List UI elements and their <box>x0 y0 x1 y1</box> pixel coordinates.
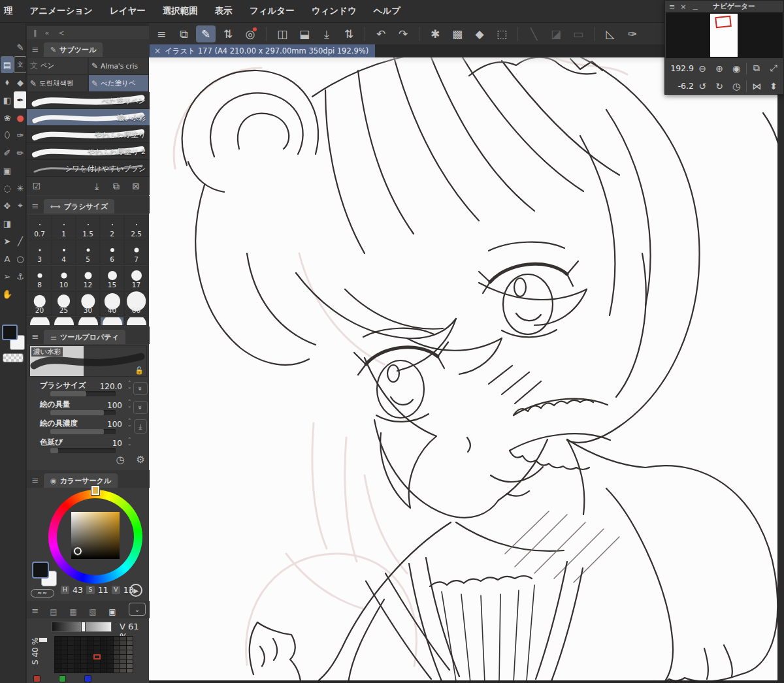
color-set-cell[interactable] <box>81 641 87 645</box>
text-tool[interactable]: A <box>1 250 14 267</box>
color-set-cell[interactable] <box>127 659 133 663</box>
decoration-tool[interactable]: ❀ <box>1 109 14 126</box>
color-set-cell[interactable] <box>81 637 87 641</box>
canvas[interactable] <box>149 57 784 680</box>
color-set-cell[interactable] <box>114 659 120 663</box>
color-set-cell[interactable] <box>68 659 74 663</box>
menu-item-2[interactable]: レイヤー <box>110 5 146 17</box>
navigator-minimize-icon[interactable]: ＿ <box>691 2 698 12</box>
property-slider[interactable] <box>50 391 116 396</box>
color-set-cell[interactable] <box>74 646 80 650</box>
navigator-thumbnail-area[interactable] <box>666 12 783 58</box>
menu-item-1[interactable]: アニメーション <box>30 5 93 17</box>
color-set-cell[interactable] <box>120 664 126 668</box>
collapse-icon[interactable]: « <box>45 29 50 37</box>
brush-size-partial[interactable] <box>52 317 76 326</box>
color-set-cell[interactable] <box>74 659 80 663</box>
color-chip-1[interactable] <box>59 675 66 682</box>
color-set-cell[interactable] <box>68 664 74 668</box>
value-slider[interactable] <box>52 622 112 632</box>
main-color-swatch[interactable] <box>2 325 18 340</box>
brush-size-7[interactable]: 7 <box>124 240 148 265</box>
eraser-tool[interactable]: ◆ <box>14 74 27 91</box>
color-set-cell[interactable] <box>114 646 120 650</box>
blend-tool[interactable]: ⬯ <box>1 127 14 144</box>
color-set-cell[interactable] <box>107 650 113 654</box>
color-set-cell[interactable] <box>127 646 133 650</box>
eyedropper-tool[interactable]: ⌖ <box>14 197 27 214</box>
vector-snap-icon[interactable]: ◺ <box>600 25 620 42</box>
color-set-cell[interactable] <box>61 641 67 645</box>
property-slider[interactable] <box>50 429 116 434</box>
color-set-cell[interactable] <box>94 659 100 663</box>
color-set-cell[interactable] <box>94 641 100 645</box>
edit-pen-icon[interactable]: ✎ <box>196 25 216 42</box>
property-spinner-icon[interactable]: ⌃⌄ <box>127 400 131 409</box>
menu-item-4[interactable]: 表示 <box>215 5 233 17</box>
brush-size-17[interactable]: 17 <box>124 266 148 291</box>
color-set-cell[interactable] <box>61 650 67 654</box>
property-value[interactable]: 100 <box>107 420 122 429</box>
menu-item-3[interactable]: 選択範囲 <box>163 5 198 17</box>
save-chevrons-icon[interactable]: ⇅ <box>339 25 359 42</box>
panel-menu-icon[interactable]: ≡ <box>27 44 44 57</box>
menu-item-7[interactable]: ヘルプ <box>374 5 400 17</box>
color-set-cell[interactable] <box>61 669 67 673</box>
line-tool[interactable]: ╱ <box>14 232 27 249</box>
brush-preview[interactable]: 濃い水彩 🔓 <box>29 345 147 377</box>
property-slider[interactable] <box>50 448 116 453</box>
color-set-cell[interactable] <box>127 637 133 641</box>
brush-stroke-icon[interactable]: ✑ <box>623 25 642 42</box>
brush-size-12[interactable]: 12 <box>76 266 100 291</box>
color-set-cell[interactable] <box>88 655 93 659</box>
redo-icon[interactable]: ↷ <box>393 25 413 42</box>
brush-size-0.7[interactable]: 0.7 <box>27 215 52 240</box>
marker-tool[interactable]: ✐ <box>1 144 14 161</box>
zoom-in-icon[interactable]: ⊕ <box>711 63 728 74</box>
color-set-cell[interactable] <box>127 664 133 668</box>
brush-size-60[interactable]: 60 <box>124 291 148 316</box>
color-chip-0[interactable] <box>33 675 41 682</box>
color-set-cell[interactable] <box>55 641 61 645</box>
brush-size-2[interactable]: 2 <box>100 215 124 240</box>
color-set-cell[interactable] <box>107 641 113 645</box>
fit-window-icon[interactable]: ⤢ <box>765 63 782 74</box>
color-set-cell[interactable] <box>101 669 106 673</box>
document-tab[interactable]: × イラスト 177 (A4 210.00 x 297.00mm 350dpi … <box>149 44 375 57</box>
color-set-cell[interactable] <box>68 641 74 645</box>
subtool-tab[interactable]: ✎ サブツール <box>44 42 103 57</box>
color-set-cell[interactable] <box>88 641 93 645</box>
color-set-cell[interactable] <box>127 669 133 673</box>
selection-dissolve-icon[interactable]: ▩ <box>448 25 467 42</box>
color-set-cell[interactable] <box>61 637 67 641</box>
navigator-close-icon[interactable]: × <box>680 3 686 11</box>
brush-size-6[interactable]: 6 <box>100 240 124 265</box>
transform-frame-icon[interactable]: ⬚ <box>492 25 512 42</box>
color-set-cell[interactable] <box>55 669 61 673</box>
anchor-tool[interactable]: ⚓ <box>14 268 27 285</box>
color-set-cell[interactable] <box>107 669 113 673</box>
new-canvas-icon[interactable]: ◫ <box>272 25 292 42</box>
color-set-cell[interactable] <box>107 664 113 668</box>
transparent-color-swatch[interactable] <box>3 353 24 362</box>
color-set-cell[interactable] <box>55 659 61 663</box>
rail-handle-icon[interactable]: ‖ <box>33 29 36 37</box>
color-set-cell[interactable] <box>101 641 106 645</box>
rotate-right-icon[interactable]: ↻ <box>711 81 728 91</box>
color-mode-toggle-icon[interactable]: ▶ <box>129 584 142 597</box>
brush-size-2.5[interactable]: 2.5 <box>124 215 148 240</box>
color-set-cell[interactable] <box>107 646 113 650</box>
property-value[interactable]: 100 <box>107 401 122 410</box>
color-set-cell[interactable] <box>68 646 74 650</box>
import-subtool-icon[interactable]: ⤓ <box>87 181 106 192</box>
fit-screen-icon[interactable]: ⧉ <box>748 63 765 74</box>
saturation-handle[interactable] <box>39 637 48 643</box>
brush-size-25[interactable]: 25 <box>52 291 76 316</box>
color-set-cell[interactable] <box>81 646 87 650</box>
property-spinner-icon[interactable]: ⌃⌄ <box>127 381 131 390</box>
color-set-cell[interactable] <box>88 664 93 668</box>
rotate-left-icon[interactable]: ↺ <box>694 81 711 91</box>
color-set-cell[interactable] <box>81 655 87 659</box>
color-set-cell[interactable] <box>114 664 120 668</box>
color-set-cell[interactable] <box>55 646 61 650</box>
